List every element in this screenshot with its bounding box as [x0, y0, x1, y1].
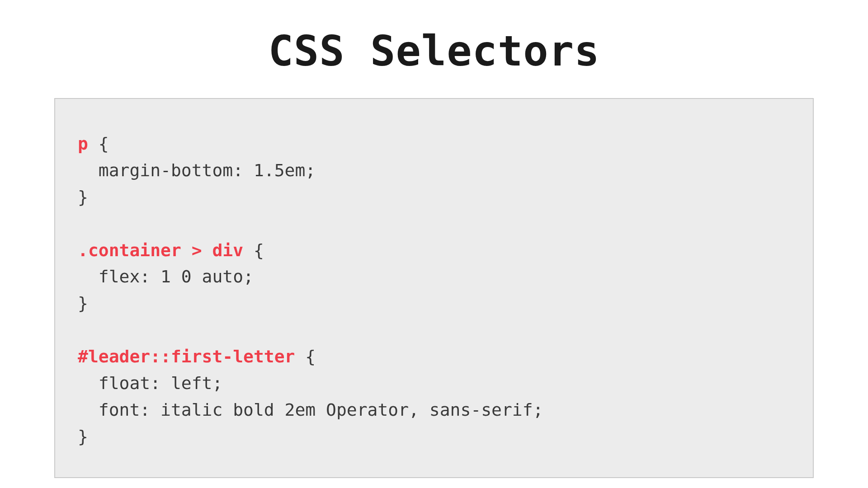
brace-open-1: { — [88, 134, 109, 154]
declaration-3-1: font: italic bold 2em Operator, sans-ser… — [78, 400, 543, 420]
selector-1: p — [78, 134, 88, 154]
slide: CSS Selectors p { margin-bottom: 1.5em; … — [0, 0, 868, 488]
selector-3: #leader::first-letter — [78, 347, 295, 366]
brace-close-1: } — [78, 187, 88, 207]
declaration-1-0: margin-bottom: 1.5em; — [78, 160, 316, 180]
slide-title: CSS Selectors — [54, 27, 814, 75]
code-block: p { margin-bottom: 1.5em; } .container >… — [54, 98, 814, 478]
brace-close-2: } — [78, 293, 88, 313]
selector-2: .container > div — [78, 240, 243, 260]
brace-open-2: { — [243, 240, 264, 260]
brace-close-3: } — [78, 427, 88, 446]
declaration-3-0: float: left; — [78, 373, 222, 393]
declaration-2-0: flex: 1 0 auto; — [78, 267, 254, 286]
brace-open-3: { — [295, 347, 316, 366]
